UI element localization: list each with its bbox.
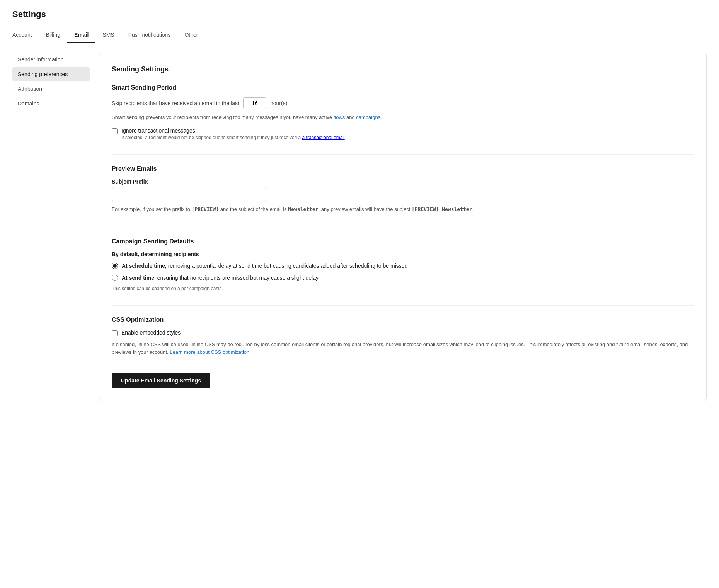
nav-item-other[interactable]: Other [177,27,205,43]
transactional-email-link[interactable]: a transactional email [302,135,345,140]
by-default-label: By default, determining recipients [112,251,694,257]
flows-link[interactable]: flows [334,114,345,120]
sidebar: Sender information Sending preferences A… [12,53,90,401]
nav-item-push[interactable]: Push notifications [121,27,178,43]
css-optimization-section: CSS Optimization Enable embedded styles … [112,316,694,356]
ignore-transactional-row: Ignore transactional messages If selecte… [112,127,694,140]
at-send-time-radio[interactable] [112,275,118,281]
smart-sending-title: Smart Sending Period [112,84,694,91]
smart-sending-row: Skip recipients that have received an em… [112,97,694,109]
sidebar-item-sending-preferences[interactable]: Sending preferences [12,67,90,81]
enable-embedded-styles-checkbox[interactable] [112,330,118,336]
update-email-sending-settings-button[interactable]: Update Email Sending Settings [112,373,210,388]
panel-title: Sending Settings [112,65,694,73]
subject-prefix-input[interactable] [112,188,266,201]
ignore-transactional-sublabel: If selected, a recipient would not be sk… [121,135,345,140]
campaigns-link[interactable]: campaigns [356,114,380,120]
learn-more-css-link[interactable]: Learn more about CSS optimization. [170,349,251,355]
main-panel: Sending Settings Smart Sending Period Sk… [99,53,707,401]
nav-item-account[interactable]: Account [12,27,39,43]
css-optimization-help: If disabled, inline CSS will be used. In… [112,341,694,356]
divider-1 [112,154,694,155]
top-nav: Account Billing Email SMS Push notificat… [12,27,707,43]
newsletter-code: Newsletter [288,206,318,212]
smart-sending-section: Smart Sending Period Skip recipients tha… [112,84,694,140]
smart-sending-hours-input[interactable] [243,97,266,109]
preview-emails-help: For example, if you set the prefix to [P… [112,206,694,213]
preview-emails-section: Preview Emails Subject Prefix For exampl… [112,165,694,213]
sidebar-item-sender-information[interactable]: Sender information [12,53,90,66]
at-schedule-time-row: At schedule time, removing a potential d… [112,262,694,270]
campaign-defaults-section: Campaign Sending Defaults By default, de… [112,238,694,291]
subject-prefix-label: Subject Prefix [112,178,694,185]
at-send-time-row: At send time, ensuring that no recipient… [112,274,694,282]
page-title: Settings [12,9,707,19]
smart-sending-help: Smart sending prevents your recipients f… [112,114,694,121]
campaign-defaults-title: Campaign Sending Defaults [112,238,694,245]
css-optimization-title: CSS Optimization [112,316,694,323]
enable-embedded-styles-row: Enable embedded styles [112,330,694,336]
enable-embedded-styles-label[interactable]: Enable embedded styles [121,330,181,336]
preview-emails-title: Preview Emails [112,165,694,172]
nav-item-sms[interactable]: SMS [95,27,121,43]
result-code: [PREVIEW] Newsletter [412,206,472,212]
sidebar-item-attribution[interactable]: Attribution [12,82,90,96]
at-schedule-time-radio[interactable] [112,263,118,269]
ignore-transactional-label[interactable]: Ignore transactional messages [121,127,195,134]
smart-sending-help-mid: and [345,114,356,120]
smart-sending-field-label: Skip recipients that have received an em… [112,100,239,106]
nav-item-billing[interactable]: Billing [39,27,67,43]
smart-sending-unit-label: hour(s) [270,100,287,106]
ignore-transactional-checkbox[interactable] [112,128,118,134]
preview-code: [PREVIEW] [192,206,219,212]
recipient-timing-group: At schedule time, removing a potential d… [112,262,694,282]
at-schedule-time-label: At schedule time, removing a potential d… [122,262,407,270]
campaign-defaults-note: This setting can be changed on a per cam… [112,286,694,291]
nav-item-email[interactable]: Email [67,27,95,43]
sidebar-item-domains[interactable]: Domains [12,97,90,110]
divider-3 [112,305,694,306]
at-send-time-label: At send time, ensuring that no recipient… [122,274,320,282]
smart-sending-help-post: . [380,114,382,120]
divider-2 [112,227,694,227]
